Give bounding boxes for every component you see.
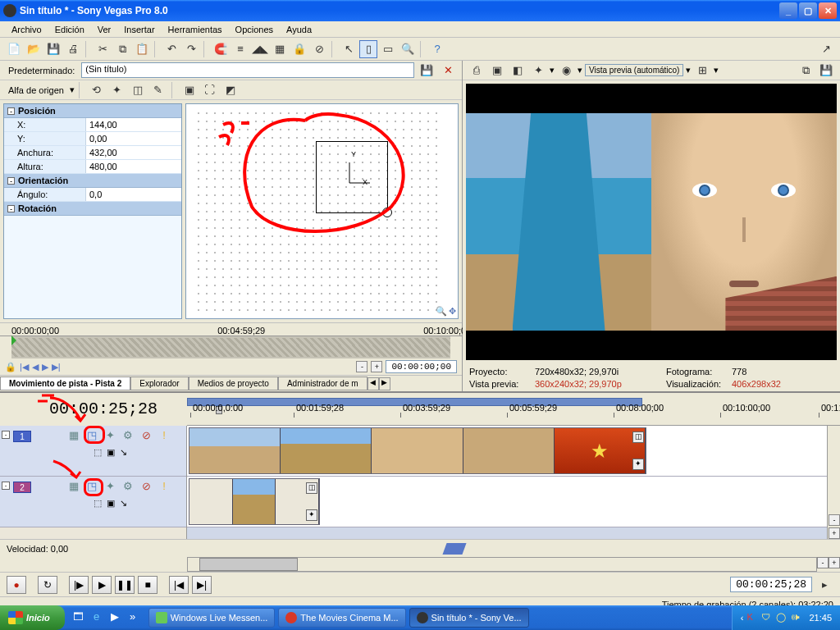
clip-crop-icon[interactable]: ◫ bbox=[632, 431, 644, 443]
show-desktop-icon[interactable]: 🗔 bbox=[71, 610, 86, 625]
go-start-button[interactable]: |◀ bbox=[169, 576, 189, 594]
solo-icon[interactable]: ! bbox=[158, 429, 171, 442]
dropdown-arrow-icon[interactable]: ▾ bbox=[70, 84, 75, 95]
track-header-1[interactable]: - 1 ▦ ◳ ✦ ⚙ ⊘ ! ⬚ ▣ ↘ bbox=[0, 426, 186, 477]
menu-ayuda[interactable]: Ayuda bbox=[280, 23, 318, 36]
normal-tool-icon[interactable]: ↖ bbox=[340, 40, 358, 58]
dropdown-arrow-icon[interactable]: ▾ bbox=[686, 65, 691, 75]
track-motion-icon[interactable]: ◳ bbox=[85, 480, 98, 493]
clip-fx-icon[interactable]: ✦ bbox=[632, 459, 644, 470]
kf-start-marker[interactable] bbox=[11, 336, 16, 345]
undo-icon[interactable]: ↶ bbox=[162, 40, 180, 58]
preview-device-icon[interactable]: ▣ bbox=[488, 62, 506, 80]
kf-last-icon[interactable]: ▶| bbox=[52, 362, 61, 372]
menu-edicion[interactable]: Edición bbox=[48, 23, 91, 36]
transport-timecode[interactable]: 00:00:25;28 bbox=[730, 577, 812, 592]
kf-ruler[interactable]: 00:00:00;00 00:04:59;29 00:10:00;00 bbox=[0, 323, 462, 336]
stop-button[interactable]: ■ bbox=[138, 576, 158, 594]
clip-track1[interactable]: ★ ◫ ✦ bbox=[189, 427, 646, 474]
kf-next-icon[interactable]: ▶ bbox=[42, 362, 48, 372]
open-icon[interactable]: 📂 bbox=[25, 40, 43, 58]
record-button[interactable]: ● bbox=[7, 576, 26, 594]
prop-x-value[interactable]: 144,00 bbox=[86, 118, 181, 131]
kf-timecode[interactable]: 00:00:00;00 bbox=[386, 360, 457, 373]
paste-icon[interactable]: 📋 bbox=[133, 40, 151, 58]
play-button[interactable]: ▶ bbox=[92, 576, 112, 594]
zoom-icon[interactable]: 🔍 bbox=[436, 306, 447, 317]
make-parent-icon[interactable]: ⬚ bbox=[94, 447, 102, 458]
automation-icon[interactable]: ⚙ bbox=[121, 429, 135, 442]
timeline-hscroll[interactable] bbox=[187, 557, 817, 572]
menu-opciones[interactable]: Opciones bbox=[229, 23, 280, 36]
preset-dropdown[interactable]: (Sin título) bbox=[81, 62, 414, 78]
track-header-audio[interactable] bbox=[0, 527, 186, 539]
tab-scroll-left[interactable]: ◀ bbox=[368, 377, 379, 390]
dropdown-arrow-icon[interactable]: ▾ bbox=[578, 65, 582, 75]
make-parent-icon[interactable]: ⬚ bbox=[94, 498, 102, 509]
volume-icon[interactable]: 🕪 bbox=[791, 612, 802, 623]
timeline-ruler[interactable]: 00:00:0,0:00 00:01:59;28 00:03:59;29 00:… bbox=[187, 393, 840, 426]
delete-preset-icon[interactable]: ✕ bbox=[439, 62, 457, 80]
frame-rect[interactable]: Y X bbox=[316, 141, 388, 213]
quantize-icon[interactable]: ▦ bbox=[271, 40, 289, 58]
help-icon[interactable]: ? bbox=[428, 40, 446, 58]
menu-herramientas[interactable]: Herramientas bbox=[162, 23, 229, 36]
prop-width-value[interactable]: 432,00 bbox=[86, 146, 181, 159]
lock-icon[interactable]: 🔒 bbox=[5, 362, 16, 372]
copy-icon[interactable]: ⧉ bbox=[113, 40, 131, 58]
quality-icon[interactable]: ◉ bbox=[557, 62, 575, 80]
bypass-icon[interactable]: ⊘ bbox=[310, 40, 328, 58]
video-lane-1[interactable]: ★ ◫ ✦ bbox=[187, 426, 827, 477]
snap-icon[interactable]: ✦ bbox=[108, 81, 126, 99]
audio-lane[interactable] bbox=[187, 527, 827, 539]
kf-plus-button[interactable]: + bbox=[371, 361, 382, 372]
kaspersky-icon[interactable]: K bbox=[746, 612, 758, 623]
lock-icon[interactable]: 🔒 bbox=[290, 40, 308, 58]
menu-insertar[interactable]: Insertar bbox=[117, 23, 161, 36]
ext-monitor-icon[interactable]: ↗ bbox=[817, 40, 835, 58]
clip-fx-icon[interactable]: ✦ bbox=[306, 509, 317, 521]
taskbar-clock[interactable]: 21:45 bbox=[806, 613, 832, 623]
fx-icon[interactable]: ✦ bbox=[529, 62, 547, 80]
track-motion-icon[interactable]: ◳ bbox=[85, 429, 98, 442]
task-msn[interactable]: Windows Live Messen... bbox=[148, 608, 276, 628]
save-snapshot-icon[interactable]: 💾 bbox=[817, 62, 835, 80]
bypass-fx-icon[interactable]: ▦ bbox=[67, 429, 80, 442]
select-tool-icon[interactable]: ▭ bbox=[379, 40, 397, 58]
go-end-button[interactable]: ▶| bbox=[192, 576, 212, 594]
autocrossfade-icon[interactable]: ◢◣ bbox=[251, 40, 269, 58]
zoom-tool-icon[interactable]: 🔍 bbox=[399, 40, 417, 58]
rotate-handle[interactable] bbox=[382, 208, 392, 217]
comp-mode-icon[interactable]: ▣ bbox=[107, 498, 115, 509]
tab-project-media[interactable]: Medios de proyecto bbox=[189, 377, 278, 390]
compositing-icon[interactable]: ✦ bbox=[103, 429, 116, 442]
edit-icon[interactable]: ✎ bbox=[149, 81, 167, 99]
mask-icon[interactable]: ▣ bbox=[180, 81, 199, 99]
scrub-control[interactable] bbox=[442, 543, 466, 555]
kf-prev-icon[interactable]: ◀ bbox=[32, 362, 39, 372]
ie-icon[interactable]: e bbox=[89, 610, 104, 625]
pause-button[interactable]: ❚❚ bbox=[115, 576, 135, 594]
clip-track2[interactable]: ◫ ✦ bbox=[189, 478, 320, 525]
redo-icon[interactable]: ↷ bbox=[182, 40, 200, 58]
cat-posicion[interactable]: -Posición bbox=[4, 104, 181, 118]
hzoom-minus[interactable]: - bbox=[817, 557, 829, 568]
bypass-fx-icon[interactable]: ▦ bbox=[67, 480, 80, 493]
solo-icon[interactable]: ! bbox=[158, 480, 171, 493]
tab-media-manager[interactable]: Administrador de m bbox=[278, 377, 368, 390]
prevent-icon[interactable]: ◩ bbox=[221, 81, 240, 99]
timeline-vscroll[interactable]: - + bbox=[827, 426, 840, 539]
video-lane-2[interactable]: ◫ ✦ bbox=[187, 477, 827, 527]
mute-icon[interactable]: ⊘ bbox=[139, 480, 153, 493]
save-icon[interactable]: 💾 bbox=[44, 40, 62, 58]
comp-mode-icon[interactable]: ▣ bbox=[107, 447, 115, 458]
track-number-1[interactable]: 1 bbox=[13, 431, 31, 442]
snap-icon[interactable]: 🧲 bbox=[212, 40, 230, 58]
preview-quality-dropdown[interactable]: Vista previa (automático) bbox=[585, 64, 683, 76]
mute-icon[interactable]: ⊘ bbox=[139, 429, 153, 442]
track-minimize-icon[interactable]: - bbox=[2, 431, 10, 439]
menu-archivo[interactable]: Archivo bbox=[5, 23, 48, 36]
render-icon[interactable]: 🖨 bbox=[64, 40, 82, 58]
more-icon[interactable]: ↘ bbox=[120, 447, 127, 458]
autoripple-icon[interactable]: ≡ bbox=[231, 40, 249, 58]
